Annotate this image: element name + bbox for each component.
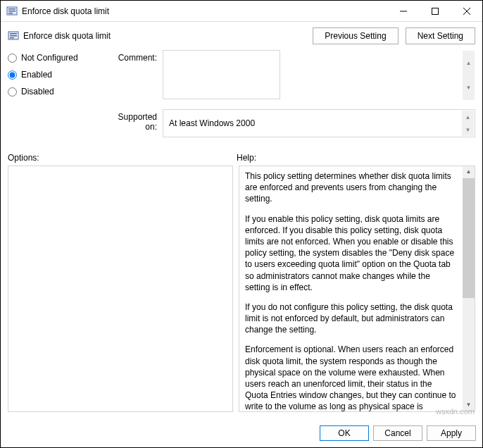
svg-rect-9 <box>10 33 17 35</box>
help-paragraph-1: This policy setting determines whether d… <box>245 170 457 205</box>
options-label: Options: <box>8 153 237 163</box>
maximize-icon <box>432 8 439 15</box>
minimize-icon <box>400 8 407 15</box>
config-area: Not Configured Enabled Disabled Comment:… <box>1 50 482 150</box>
comment-label: Comment: <box>110 50 163 63</box>
policy-header-icon <box>8 30 19 42</box>
policy-name: Enforce disk quota limit <box>23 31 111 41</box>
supported-value: At least Windows 2000 <box>169 118 255 128</box>
help-scrollbar-thumb[interactable] <box>463 178 475 298</box>
comment-scroll-up[interactable]: ▲ <box>463 51 475 75</box>
titlebar: Enforce disk quota limit <box>1 1 482 22</box>
help-panel[interactable]: This policy setting determines whether d… <box>239 166 475 412</box>
radio-enabled-input[interactable] <box>8 70 17 80</box>
help-scroll-up-icon[interactable]: ▲ <box>463 166 475 178</box>
ok-button[interactable]: OK <box>320 425 369 441</box>
help-paragraph-4: Enforcement is optional. When users reac… <box>245 344 457 412</box>
radio-enabled[interactable]: Enabled <box>8 70 110 80</box>
radio-disabled-label: Disabled <box>21 87 54 97</box>
watermark: wsxdn.com <box>436 407 475 416</box>
comment-scroll-down[interactable]: ▼ <box>463 75 475 100</box>
footer: OK Cancel Apply <box>0 418 483 448</box>
help-label: Help: <box>237 153 256 163</box>
options-panel <box>8 166 233 412</box>
radio-group: Not Configured Enabled Disabled <box>8 50 110 104</box>
header-row: Enforce disk quota limit Previous Settin… <box>1 22 482 50</box>
next-setting-button[interactable]: Next Setting <box>406 27 475 44</box>
radio-not-configured[interactable]: Not Configured <box>8 53 110 63</box>
panel-labels: Options: Help: <box>1 150 482 166</box>
panels: This policy setting determines whether d… <box>1 166 482 412</box>
help-scrollbar[interactable]: ▲ ▼ <box>463 166 475 411</box>
window-title: Enforce disk quota limit <box>22 6 387 16</box>
radio-not-configured-input[interactable] <box>8 54 17 63</box>
help-content: This policy setting determines whether d… <box>245 170 469 412</box>
apply-button[interactable]: Apply <box>427 425 476 441</box>
window-controls <box>387 1 482 21</box>
svg-rect-5 <box>432 8 438 14</box>
close-icon <box>463 8 470 15</box>
close-button[interactable] <box>451 1 482 21</box>
svg-rect-1 <box>8 8 15 10</box>
radio-disabled-input[interactable] <box>8 87 17 97</box>
radio-enabled-label: Enabled <box>21 70 52 80</box>
svg-rect-2 <box>8 11 15 12</box>
help-paragraph-2: If you enable this policy setting, disk … <box>245 213 457 293</box>
help-paragraph-3: If you do not configure this policy sett… <box>245 301 457 336</box>
supported-scroll-up[interactable]: ▲ <box>462 111 474 123</box>
supported-field: At least Windows 2000 ▲ ▼ <box>163 109 475 137</box>
supported-label: Supported on: <box>110 109 163 132</box>
maximize-button[interactable] <box>419 1 451 21</box>
radio-not-configured-label: Not Configured <box>21 53 78 63</box>
cancel-button[interactable]: Cancel <box>373 425 422 441</box>
supported-scroll-down[interactable]: ▼ <box>462 123 474 136</box>
radio-disabled[interactable]: Disabled <box>8 87 110 97</box>
svg-rect-3 <box>8 13 13 14</box>
previous-setting-button[interactable]: Previous Setting <box>313 27 398 44</box>
comment-input[interactable] <box>163 50 280 99</box>
svg-rect-11 <box>10 37 14 39</box>
minimize-button[interactable] <box>387 1 419 21</box>
svg-rect-10 <box>10 35 17 37</box>
policy-icon <box>6 6 18 17</box>
